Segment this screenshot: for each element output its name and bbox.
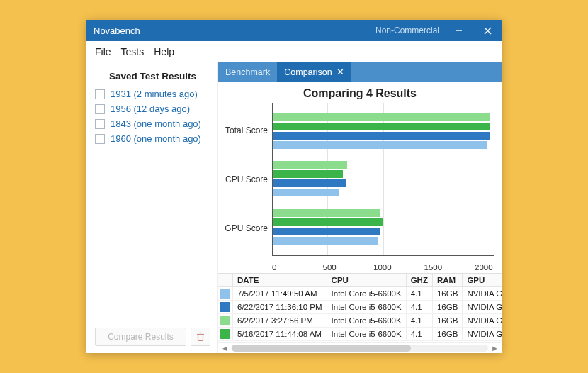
close-icon xyxy=(484,27,492,35)
saved-result-label: 1956 (12 days ago) xyxy=(111,104,190,114)
cell-gpu: NVIDIA Gef xyxy=(463,287,502,301)
checkbox[interactable] xyxy=(95,119,105,129)
table-row[interactable]: 5/16/2017 11:44:08 AMIntel Core i5-6600K… xyxy=(218,328,502,341)
saved-result-item[interactable]: 1960 (one month ago) xyxy=(95,133,210,144)
saved-result-label: 1960 (one month ago) xyxy=(111,133,201,144)
col-ram[interactable]: RAM xyxy=(432,274,462,287)
bar xyxy=(273,237,378,245)
x-axis-tick: 500 xyxy=(323,263,374,272)
cell-ghz: 4.1 xyxy=(406,314,432,328)
table-header-row: DATE CPU GHZ RAM GPU xyxy=(218,274,502,287)
scrollbar-track[interactable] xyxy=(232,345,488,352)
table-row[interactable]: 7/5/2017 11:49:50 AMIntel Core i5-6600K4… xyxy=(218,287,502,301)
sidebar: Saved Test Results 1931 (2 minutes ago)1… xyxy=(86,62,218,353)
checkbox[interactable] xyxy=(95,104,105,114)
tab-close-icon[interactable]: ✕ xyxy=(337,67,344,77)
menu-file[interactable]: File xyxy=(95,46,111,57)
cell-cpu: Intel Core i5-6600K xyxy=(327,301,406,314)
checkbox[interactable] xyxy=(95,89,105,99)
cell-cpu: Intel Core i5-6600K xyxy=(327,314,406,328)
saved-result-item[interactable]: 1843 (one month ago) xyxy=(95,118,210,129)
cell-gpu: NVIDIA Gef xyxy=(463,328,502,341)
bar xyxy=(273,189,339,196)
table-row[interactable]: 6/22/2017 11:36:10 PMIntel Core i5-6600K… xyxy=(218,301,502,314)
bar-group xyxy=(273,113,494,149)
x-axis-tick: 1500 xyxy=(424,263,475,272)
tab-comparison[interactable]: Comparison ✕ xyxy=(277,62,351,82)
cell-ghz: 4.1 xyxy=(406,328,432,341)
bar-group xyxy=(273,161,494,196)
saved-result-label: 1931 (2 minutes ago) xyxy=(111,89,198,99)
horizontal-scrollbar[interactable]: ◄ ► xyxy=(218,342,502,353)
scrollbar-thumb[interactable] xyxy=(232,345,412,352)
bar xyxy=(273,132,490,140)
checkbox[interactable] xyxy=(95,134,105,144)
cell-ghz: 4.1 xyxy=(406,287,432,301)
comparison-chart: Total ScoreCPU ScoreGPU Score 0500100015… xyxy=(218,103,502,273)
cell-ram: 16GB xyxy=(432,314,462,328)
menu-help[interactable]: Help xyxy=(154,46,174,57)
sidebar-heading: Saved Test Results xyxy=(95,71,210,82)
compare-results-button[interactable]: Compare Results xyxy=(95,328,186,346)
cell-ram: 16GB xyxy=(432,328,462,341)
tab-label: Comparison xyxy=(284,67,332,77)
app-window: Novabench Non-Commercial File Tests Help… xyxy=(86,20,502,353)
scroll-right-icon[interactable]: ► xyxy=(491,344,499,352)
bar xyxy=(273,113,490,121)
delete-result-button[interactable] xyxy=(191,328,210,346)
bar xyxy=(273,123,490,130)
cell-ghz: 4.1 xyxy=(406,301,432,314)
titlebar: Novabench Non-Commercial xyxy=(86,20,502,41)
saved-result-label: 1843 (one month ago) xyxy=(111,118,201,129)
series-swatch xyxy=(220,316,230,325)
cell-ram: 16GB xyxy=(432,301,462,314)
cell-gpu: NVIDIA Gef xyxy=(463,314,502,328)
y-axis-label: CPU Score xyxy=(225,174,268,184)
saved-results-list: 1931 (2 minutes ago)1956 (12 days ago)18… xyxy=(95,89,210,144)
results-table: DATE CPU GHZ RAM GPU 7/5/2017 11:49:50 A… xyxy=(218,273,502,342)
bar xyxy=(273,209,380,217)
cell-date: 6/22/2017 11:36:10 PM xyxy=(233,301,327,314)
main-panel: Benchmark Comparison ✕ Comparing 4 Resul… xyxy=(218,62,502,353)
bar xyxy=(273,218,383,226)
col-gpu[interactable]: GPU xyxy=(463,274,502,287)
x-axis-tick: 0 xyxy=(272,263,323,272)
cell-gpu: NVIDIA Gef xyxy=(463,301,502,314)
cell-cpu: Intel Core i5-6600K xyxy=(327,328,406,341)
saved-result-item[interactable]: 1931 (2 minutes ago) xyxy=(95,89,210,99)
tab-strip: Benchmark Comparison ✕ xyxy=(218,62,502,82)
col-cpu[interactable]: CPU xyxy=(327,274,406,287)
license-label: Non-Commercial xyxy=(375,26,439,35)
chart-title: Comparing 4 Results xyxy=(218,87,502,100)
col-date[interactable]: DATE xyxy=(233,274,327,287)
series-swatch xyxy=(220,289,230,299)
minimize-button[interactable] xyxy=(445,20,473,41)
bar-group xyxy=(273,209,494,245)
y-axis-label: Total Score xyxy=(225,126,268,135)
series-swatch xyxy=(220,302,230,312)
series-swatch xyxy=(220,329,230,339)
y-axis-label: GPU Score xyxy=(225,223,268,233)
col-ghz[interactable]: GHZ xyxy=(406,274,432,287)
x-axis-tick: 1000 xyxy=(373,263,424,272)
table-row[interactable]: 6/2/2017 3:27:56 PMIntel Core i5-6600K4.… xyxy=(218,314,502,328)
cell-ram: 16GB xyxy=(432,287,462,301)
bar xyxy=(273,179,346,187)
bar xyxy=(273,228,380,235)
close-button[interactable] xyxy=(473,20,502,41)
cell-date: 5/16/2017 11:44:08 AM xyxy=(233,328,327,341)
tab-benchmark[interactable]: Benchmark xyxy=(218,62,277,82)
cell-cpu: Intel Core i5-6600K xyxy=(327,287,406,301)
menu-tests[interactable]: Tests xyxy=(121,46,145,57)
saved-result-item[interactable]: 1956 (12 days ago) xyxy=(95,104,210,114)
menubar: File Tests Help xyxy=(86,41,502,62)
bar xyxy=(273,170,343,178)
x-axis-tick: 2000 xyxy=(475,263,494,272)
bar xyxy=(273,141,487,149)
app-title: Novabench xyxy=(94,26,140,36)
scroll-left-icon[interactable]: ◄ xyxy=(221,344,229,352)
cell-date: 6/2/2017 3:27:56 PM xyxy=(233,314,327,328)
svg-rect-3 xyxy=(198,335,203,341)
minimize-icon xyxy=(456,27,463,34)
trash-icon xyxy=(196,332,205,342)
